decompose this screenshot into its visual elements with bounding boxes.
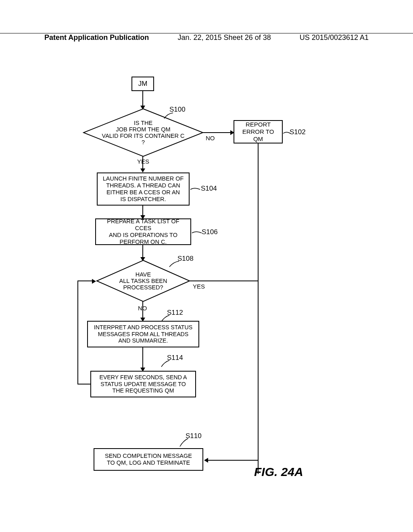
header-mid: Jan. 22, 2015 Sheet 26 of 38 (178, 33, 271, 42)
s110-connector (179, 438, 190, 447)
step-s102: S102 (290, 128, 306, 136)
step-s104: S104 (201, 185, 217, 193)
flowchart: JM IS THE JOB FROM THE QM VALID FOR ITS … (0, 77, 413, 504)
report-error-box: REPORT ERROR TO QM (234, 120, 283, 143)
interpret-box: INTERPRET AND PROCESS STATUS MESSAGES FR… (87, 321, 199, 347)
d1-no-label: NO (206, 135, 215, 141)
page-header: Patent Application Publication Jan. 22, … (0, 33, 413, 44)
jm-box: JM (131, 77, 154, 91)
interpret-text: INTERPRET AND PROCESS STATUS MESSAGES FR… (94, 324, 192, 344)
completion-box: SEND COMPLETION MESSAGE TO QM, LOG AND T… (94, 448, 203, 471)
s100-connector (163, 112, 175, 119)
decision-valid-job-text: IS THE JOB FROM THE QM VALID FOR ITS CON… (85, 114, 202, 151)
prepare-tasks-box: PREPARE A TASK LIST OF CCES AND IS OPERA… (95, 218, 191, 245)
step-s106: S106 (202, 228, 218, 236)
figure-title: FIG. 24A (254, 465, 303, 479)
s102-connector (282, 130, 291, 137)
report-error-text: REPORT ERROR TO QM (238, 121, 279, 142)
d2-no-label: NO (138, 305, 147, 312)
s106-connector (191, 230, 203, 236)
jm-text: JM (138, 80, 148, 88)
prepare-tasks-text: PREPARE A TASK LIST OF CCES AND IS OPERA… (99, 218, 187, 245)
d1-yes-label: YES (137, 158, 149, 165)
s108-connector (169, 260, 181, 268)
launch-threads-box: LAUNCH FINITE NUMBER OF THREADS. A THREA… (97, 172, 190, 206)
decision-all-tasks-text: HAVE ALL TASKS BEEN PROCESSED? (101, 266, 186, 296)
status-update-text: EVERY FEW SECONDS, SEND A STATUS UPDATE … (99, 374, 187, 394)
s114-connector (161, 360, 171, 368)
status-update-box: EVERY FEW SECONDS, SEND A STATUS UPDATE … (90, 371, 196, 397)
completion-text: SEND COMPLETION MESSAGE TO QM, LOG AND T… (105, 453, 192, 466)
launch-threads-text: LAUNCH FINITE NUMBER OF THREADS. A THREA… (103, 175, 184, 203)
header-left: Patent Application Publication (44, 33, 149, 42)
s104-connector (190, 186, 202, 193)
d2-yes-label: YES (193, 283, 205, 290)
header-right: US 2015/0023612 A1 (300, 33, 369, 42)
